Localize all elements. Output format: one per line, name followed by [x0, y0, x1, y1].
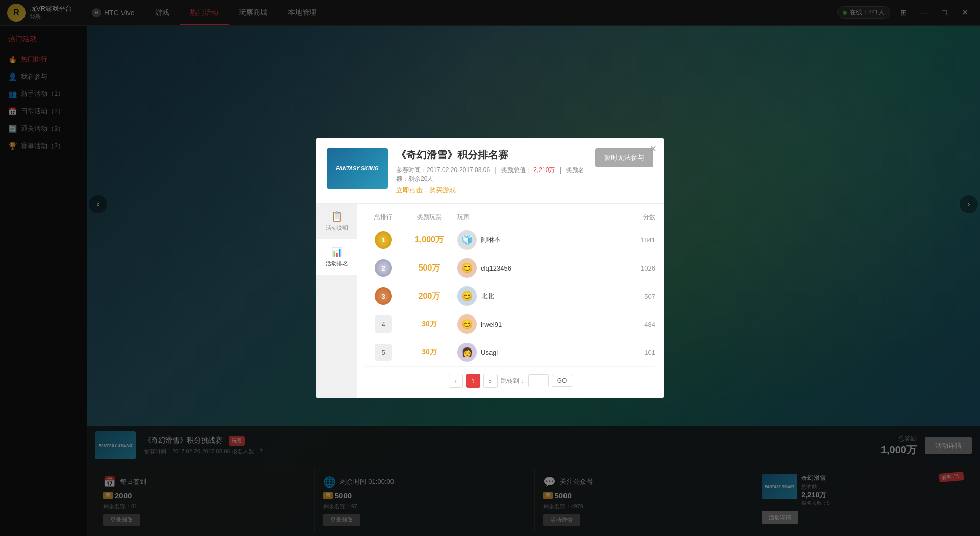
modal-header: FANTASY SKIING 《奇幻滑雪》积分排名赛 参赛时间：2017.02.…: [316, 138, 664, 204]
score-cell-3: 507: [615, 293, 655, 300]
table-row: 4 30万 😊 lrwei91 484: [365, 310, 655, 338]
table-row: 3 200万 😊 北北 507: [365, 282, 655, 310]
modal-table-area: 总排行 奖励玩票 玩家 分数 1 1,000万 🧊: [357, 204, 664, 398]
avatar-2: 😊: [457, 258, 477, 278]
page-jump-input[interactable]: [528, 374, 549, 387]
modal-body: 📋 活动说明 📊 活动排名 总排行 奖励玩票 玩家 分数: [316, 204, 664, 398]
intro-icon: 📋: [331, 211, 342, 222]
player-cell-2: 😊 clq123456: [457, 258, 615, 278]
pagination: ‹ 1 › 跳转到： GO: [365, 367, 655, 393]
modal-side-tabs: 📋 活动说明 📊 活动排名: [316, 204, 357, 398]
modal-overlay: × FANTASY SKIING 《奇幻滑雪》积分排名赛 参赛时间：2017.0…: [0, 0, 980, 536]
page-jump: 跳转到： GO: [501, 374, 573, 387]
page-1-btn[interactable]: 1: [466, 374, 480, 388]
player-cell-3: 😊 北北: [457, 286, 615, 306]
player-name-4: lrwei91: [481, 321, 502, 328]
col-header-score: 分数: [615, 213, 655, 222]
reward-cell-3: 200万: [401, 291, 457, 302]
page-next-btn[interactable]: ›: [483, 374, 498, 388]
rank-icon: 📊: [331, 247, 342, 258]
modal-action-btn[interactable]: 暂时无法参与: [595, 148, 653, 167]
player-cell-4: 😊 lrwei91: [457, 314, 615, 334]
col-header-reward: 奖励玩票: [401, 213, 457, 222]
rank-cell-2: 2: [365, 259, 401, 277]
table-row: 5 30万 👩 Usagi 101: [365, 338, 655, 367]
modal-buy-link[interactable]: 立即点击，购买游戏: [396, 186, 456, 194]
rank-cell-3: 3: [365, 287, 401, 305]
rank-cell-5: 5: [365, 344, 401, 361]
side-tab-intro[interactable]: 📋 活动说明: [316, 204, 357, 239]
col-header-rank: 总排行: [365, 213, 401, 222]
table-row: 1 1,000万 🧊 阿咻不 1841: [365, 226, 655, 254]
player-cell-5: 👩 Usagi: [457, 343, 615, 362]
reward-cell-5: 30万: [401, 348, 457, 357]
side-tab-rank-label: 活动排名: [326, 260, 348, 267]
rank-badge-2: 2: [375, 259, 392, 277]
table-row: 2 500万 😊 clq123456 1026: [365, 254, 655, 282]
modal-meta-time: 参赛时间：2017.02.20-2017.03.06 | 奖励总值： 2,210…: [396, 166, 587, 183]
page-prev-btn[interactable]: ‹: [449, 374, 463, 388]
score-cell-1: 1841: [615, 236, 655, 244]
modal-title: 《奇幻滑雪》积分排名赛: [396, 148, 587, 162]
player-name-3: 北北: [481, 291, 494, 301]
modal-info: 《奇幻滑雪》积分排名赛 参赛时间：2017.02.20-2017.03.06 |…: [396, 148, 587, 195]
page-go-btn[interactable]: GO: [552, 375, 573, 387]
table-header: 总排行 奖励玩票 玩家 分数: [365, 209, 655, 226]
avatar-1: 🧊: [457, 230, 477, 250]
rank-num-4: 4: [375, 315, 392, 333]
player-name-1: 阿咻不: [481, 235, 501, 245]
modal-prize-value: 2,210万: [533, 166, 555, 174]
rank-cell-4: 4: [365, 315, 401, 333]
avatar-3: 😊: [457, 286, 477, 306]
avatar-4: 😊: [457, 314, 477, 334]
side-tab-rank[interactable]: 📊 活动排名: [316, 239, 357, 275]
rank-badge-3: 3: [375, 287, 392, 305]
modal-game-thumb: FANTASY SKIING: [327, 148, 388, 189]
modal-close-btn[interactable]: ×: [650, 143, 656, 154]
jump-label: 跳转到：: [501, 377, 525, 385]
reward-cell-1: 1,000万: [401, 235, 457, 246]
col-header-player: 玩家: [457, 213, 615, 222]
player-name-5: Usagi: [481, 349, 498, 356]
rank-badge-1: 1: [375, 231, 392, 249]
player-cell-1: 🧊 阿咻不: [457, 230, 615, 250]
score-cell-2: 1026: [615, 264, 655, 272]
score-cell-5: 101: [615, 349, 655, 356]
rank-cell-1: 1: [365, 231, 401, 249]
avatar-5: 👩: [457, 343, 477, 362]
reward-cell-4: 30万: [401, 320, 457, 329]
rank-num-5: 5: [375, 344, 392, 361]
reward-cell-2: 500万: [401, 263, 457, 274]
side-tab-intro-label: 活动说明: [326, 224, 348, 232]
modal-dialog: × FANTASY SKIING 《奇幻滑雪》积分排名赛 参赛时间：2017.0…: [316, 138, 664, 398]
player-name-2: clq123456: [481, 264, 511, 272]
score-cell-4: 484: [615, 321, 655, 328]
